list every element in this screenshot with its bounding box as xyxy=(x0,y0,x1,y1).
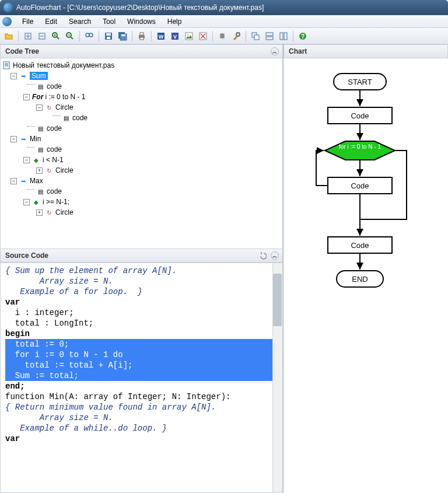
svg-rect-16 xyxy=(107,37,110,39)
tile-v-icon[interactable] xyxy=(277,30,290,43)
src-line: Sum := total; xyxy=(1,370,282,381)
tree-circle[interactable]: Circle xyxy=(55,208,74,216)
tools-icon[interactable] xyxy=(230,30,243,43)
tree-min[interactable]: Min xyxy=(30,135,41,143)
source-code-title: Source Code xyxy=(5,251,48,260)
expand-icon[interactable] xyxy=(22,30,34,43)
svg-rect-27 xyxy=(186,33,192,40)
scroll-thumb[interactable] xyxy=(273,274,282,326)
toolbar: W V ? xyxy=(0,28,448,44)
tree-for[interactable]: i := 0 to N - 1 xyxy=(45,93,85,101)
menu-file[interactable]: File xyxy=(16,16,39,27)
svg-rect-21 xyxy=(140,33,144,35)
svg-text:Code: Code xyxy=(351,181,369,190)
menu-search[interactable]: Search xyxy=(63,16,97,27)
src-line: var xyxy=(5,433,282,444)
tile-h-icon[interactable] xyxy=(263,30,276,43)
flowchart-svg: START Code for i := 0 to N - 1 Code xyxy=(290,63,442,314)
tree-collapse-icon[interactable]: − xyxy=(23,94,30,100)
tree-max[interactable]: Max xyxy=(30,177,43,185)
svg-rect-34 xyxy=(266,37,273,40)
loop-icon: ↻ xyxy=(45,166,53,174)
export-word-icon[interactable]: W xyxy=(155,30,167,43)
collapse-icon[interactable] xyxy=(36,30,48,43)
source-code-editor[interactable]: { Sum up the element of array A[N]. Arra… xyxy=(0,263,283,493)
svg-line-6 xyxy=(57,37,59,39)
svg-rect-36 xyxy=(284,33,287,40)
find-icon[interactable] xyxy=(83,30,96,43)
flowchart-canvas[interactable]: START Code for i := 0 to N - 1 Code xyxy=(284,63,448,314)
toolbar-separator xyxy=(99,31,99,41)
svg-text:?: ? xyxy=(301,33,304,40)
undo-icon[interactable] xyxy=(258,251,267,260)
tree-expand-icon[interactable]: + xyxy=(36,209,43,216)
svg-rect-15 xyxy=(106,33,111,36)
toolbar-separator xyxy=(79,31,80,41)
collapse-up-icon[interactable]: ︽ xyxy=(271,47,279,55)
export-visio-icon[interactable]: V xyxy=(169,30,181,43)
svg-line-10 xyxy=(71,37,73,39)
save-all-icon[interactable] xyxy=(116,30,129,43)
tree-collapse-icon[interactable]: − xyxy=(10,73,17,79)
chart-header: Chart xyxy=(284,44,448,58)
tree-root[interactable]: Новый текстовый документ.pas xyxy=(13,61,114,69)
svg-text:END: END xyxy=(352,275,368,284)
export-image-icon[interactable] xyxy=(183,30,195,43)
app-icon xyxy=(4,3,13,12)
tree-for-kw[interactable]: For xyxy=(32,93,43,101)
tree-collapse-icon[interactable]: − xyxy=(10,178,17,184)
src-line: Array size = N. xyxy=(5,276,282,286)
cascade-icon[interactable] xyxy=(249,30,262,43)
src-line: end; xyxy=(5,381,282,391)
toolbar-separator xyxy=(212,31,213,41)
collapse-up-icon[interactable]: ︽ xyxy=(271,251,279,260)
zoom-in-icon[interactable] xyxy=(50,30,62,43)
svg-text:for i := 0 to N - 1: for i := 0 to N - 1 xyxy=(339,144,381,150)
toolbar-separator xyxy=(293,31,293,41)
tree-code[interactable]: code xyxy=(47,187,62,195)
svg-point-28 xyxy=(187,34,189,36)
tree-circle[interactable]: Circle xyxy=(55,166,74,174)
menu-windows[interactable]: Windows xyxy=(121,16,162,27)
title-bar: AutoFlowchart - [C:\Users\copyuser2\Desk… xyxy=(0,0,448,15)
tree-code[interactable]: code xyxy=(47,82,62,90)
menu-help[interactable]: Help xyxy=(162,16,188,27)
tree-cond2[interactable]: i >= N-1; xyxy=(43,198,69,206)
help-icon[interactable]: ? xyxy=(296,30,309,43)
scrollbar-vertical[interactable] xyxy=(272,263,282,492)
code-icon: ▤ xyxy=(36,145,44,153)
svg-point-30 xyxy=(236,33,240,36)
toolbar-separator xyxy=(151,31,152,41)
open-icon[interactable] xyxy=(2,30,15,43)
export-svg-icon[interactable] xyxy=(197,30,209,43)
svg-text:START: START xyxy=(348,78,372,86)
toolbar-separator xyxy=(246,31,246,41)
tree-code[interactable]: code xyxy=(47,145,62,153)
tree-cond[interactable]: i < N-1 xyxy=(43,156,64,164)
svg-rect-39 xyxy=(4,62,9,69)
tree-collapse-icon[interactable]: − xyxy=(10,136,17,142)
tree-collapse-icon[interactable]: − xyxy=(23,199,30,205)
zoom-out-icon[interactable] xyxy=(64,30,76,43)
tree-sum[interactable]: Sum xyxy=(30,72,48,80)
menu-edit[interactable]: Edit xyxy=(39,16,63,27)
settings-icon[interactable] xyxy=(216,30,229,43)
svg-point-12 xyxy=(86,33,89,37)
toolbar-separator xyxy=(132,31,132,41)
tree-code[interactable]: code xyxy=(72,114,88,122)
toolbar-separator xyxy=(18,31,19,41)
loop-icon: ↻ xyxy=(45,208,53,216)
svg-rect-32 xyxy=(254,35,259,40)
menu-bar: File Edit Search Tool Windows Help xyxy=(0,15,448,28)
code-tree[interactable]: Новый текстовый документ.pas −➡Sum ▤code… xyxy=(0,58,283,249)
tree-collapse-icon[interactable]: − xyxy=(23,157,30,163)
tree-code[interactable]: code xyxy=(47,124,62,132)
tree-expand-icon[interactable]: + xyxy=(36,167,43,174)
tree-circle[interactable]: Circle xyxy=(55,103,74,111)
src-line: for i := 0 to N - 1 do xyxy=(1,349,282,360)
save-icon[interactable] xyxy=(102,30,115,43)
tree-collapse-icon[interactable]: − xyxy=(36,104,43,111)
menu-tool[interactable]: Tool xyxy=(97,16,121,27)
window-title: AutoFlowchart - [C:\Users\copyuser2\Desk… xyxy=(16,4,264,12)
print-icon[interactable] xyxy=(135,30,148,43)
